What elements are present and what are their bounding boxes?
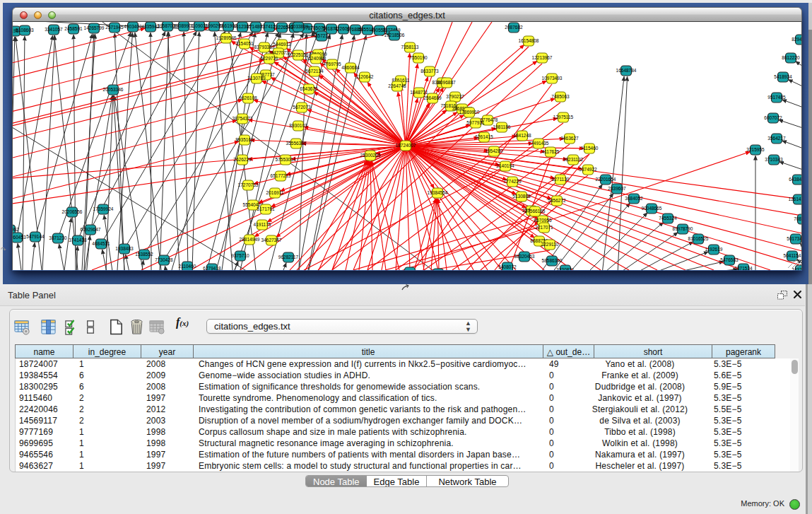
svg-text:9517485: 9517485 <box>767 95 786 100</box>
svg-text:6229731: 6229731 <box>260 56 278 61</box>
svg-text:8670955: 8670955 <box>534 218 552 223</box>
svg-text:19289546: 19289546 <box>216 35 237 40</box>
svg-text:6279418: 6279418 <box>203 266 221 270</box>
svg-text:5171761: 5171761 <box>257 206 275 211</box>
svg-text:83793389: 83793389 <box>254 45 275 49</box>
svg-text:4684531: 4684531 <box>92 241 110 246</box>
svg-text:2087682: 2087682 <box>505 25 523 30</box>
svg-text:8612220: 8612220 <box>782 55 800 60</box>
svg-text:2571945: 2571945 <box>105 25 124 30</box>
svg-text:7455324: 7455324 <box>659 216 677 221</box>
svg-text:3684052: 3684052 <box>625 196 643 201</box>
svg-text:3154051: 3154051 <box>235 41 254 46</box>
svg-text:16033809: 16033809 <box>288 24 309 29</box>
svg-text:17359924: 17359924 <box>93 206 114 211</box>
svg-text:9626108: 9626108 <box>239 95 257 100</box>
svg-text:4117625: 4117625 <box>542 149 560 154</box>
svg-text:28814949: 28814949 <box>240 237 260 242</box>
svg-text:35556386: 35556386 <box>286 141 307 146</box>
svg-text:6960453: 6960453 <box>13 235 26 240</box>
svg-text:6543670: 6543670 <box>300 86 318 91</box>
svg-text:12975115: 12975115 <box>553 115 574 119</box>
svg-text:6438436: 6438436 <box>789 177 802 182</box>
svg-text:77491435: 77491435 <box>529 141 549 146</box>
svg-text:8633773: 8633773 <box>420 69 439 74</box>
svg-text:10973493: 10973493 <box>542 76 563 81</box>
svg-text:12614124: 12614124 <box>789 197 802 201</box>
svg-text:34627347: 34627347 <box>261 238 282 243</box>
svg-text:5456272: 5456272 <box>548 198 566 203</box>
svg-text:5479144: 5479144 <box>26 234 45 239</box>
svg-text:18724007: 18724007 <box>396 143 416 148</box>
svg-text:8606962: 8606962 <box>13 227 19 232</box>
svg-text:5130808: 5130808 <box>512 194 531 199</box>
svg-text:2140194: 2140194 <box>496 163 514 168</box>
svg-text:12213967: 12213967 <box>532 55 553 60</box>
svg-text:2839607: 2839607 <box>608 186 626 191</box>
svg-text:98231132: 98231132 <box>563 157 584 162</box>
svg-text:65177213: 65177213 <box>271 173 291 178</box>
svg-text:16154808: 16154808 <box>519 38 539 43</box>
svg-text:60929647: 60929647 <box>81 227 101 232</box>
svg-text:1120642: 1120642 <box>356 74 374 79</box>
svg-text:20206556: 20206556 <box>62 209 83 214</box>
svg-text:1981186: 1981186 <box>493 124 511 129</box>
svg-text:9115460: 9115460 <box>581 146 599 151</box>
svg-text:2110460: 2110460 <box>179 264 196 269</box>
svg-text:3564217: 3564217 <box>767 136 786 141</box>
svg-text:17869910: 17869910 <box>459 110 480 115</box>
svg-text:25300205: 25300205 <box>360 153 381 158</box>
svg-text:6672134: 6672134 <box>305 69 324 74</box>
svg-text:19218506: 19218506 <box>384 33 405 37</box>
svg-text:5977931: 5977931 <box>466 120 485 125</box>
svg-text:4769795: 4769795 <box>323 62 341 66</box>
svg-text:27566185: 27566185 <box>525 209 546 214</box>
svg-text:19384554: 19384554 <box>428 190 448 195</box>
svg-text:5374922: 5374922 <box>579 167 597 172</box>
svg-text:5418934: 5418934 <box>774 74 792 79</box>
svg-text:3790237: 3790237 <box>446 94 464 99</box>
svg-text:6271130: 6271130 <box>552 177 570 182</box>
svg-text:2626229: 2626229 <box>233 157 252 162</box>
svg-text:58586340: 58586340 <box>542 258 563 263</box>
svg-text:4860684: 4860684 <box>341 65 360 70</box>
svg-text:5108603: 5108603 <box>16 28 34 33</box>
svg-text:6261415: 6261415 <box>475 134 493 139</box>
svg-text:7774229: 7774229 <box>503 179 522 184</box>
svg-text:7357234: 7357234 <box>312 33 331 38</box>
svg-text:7730428: 7730428 <box>155 257 173 262</box>
svg-text:2016911: 2016911 <box>266 190 284 195</box>
svg-text:22201654: 22201654 <box>596 177 616 182</box>
svg-text:1538552: 1538552 <box>135 252 153 257</box>
svg-text:3341057: 3341057 <box>45 27 63 32</box>
svg-text:3710343: 3710343 <box>765 157 783 162</box>
svg-text:14265799: 14265799 <box>84 25 105 30</box>
svg-text:89978790: 89978790 <box>673 226 693 231</box>
svg-text:7358113: 7358113 <box>401 45 419 49</box>
svg-text:1841248: 1841248 <box>513 133 531 138</box>
svg-text:5017343: 5017343 <box>787 236 802 241</box>
svg-text:88320463: 88320463 <box>514 254 535 259</box>
svg-text:5672073: 5672073 <box>293 105 311 110</box>
svg-text:7550190: 7550190 <box>409 55 428 60</box>
svg-text:1192619: 1192619 <box>705 247 723 252</box>
svg-text:96282117: 96282117 <box>278 255 299 259</box>
svg-text:17270733: 17270733 <box>238 182 259 187</box>
svg-text:20053346: 20053346 <box>103 87 124 92</box>
svg-text:2264748: 2264748 <box>388 83 406 88</box>
svg-text:8930103: 8930103 <box>289 123 307 128</box>
svg-text:9375710: 9375710 <box>231 253 249 258</box>
svg-text:90048665: 90048665 <box>642 206 662 211</box>
svg-text:2871534: 2871534 <box>734 266 753 270</box>
svg-text:38754377: 38754377 <box>233 116 253 121</box>
svg-text:2564689: 2564689 <box>423 95 442 100</box>
svg-text:3320821: 3320821 <box>556 267 575 270</box>
svg-text:57553014: 57553014 <box>276 157 296 162</box>
svg-text:3871230: 3871230 <box>49 235 67 240</box>
svg-text:81016525: 81016525 <box>688 236 709 241</box>
svg-text:16648784: 16648784 <box>616 68 637 73</box>
svg-text:3741438: 3741438 <box>69 238 87 243</box>
svg-text:1954280: 1954280 <box>485 148 503 153</box>
svg-text:2229110: 2229110 <box>541 242 559 247</box>
svg-text:26240908: 26240908 <box>306 56 326 61</box>
